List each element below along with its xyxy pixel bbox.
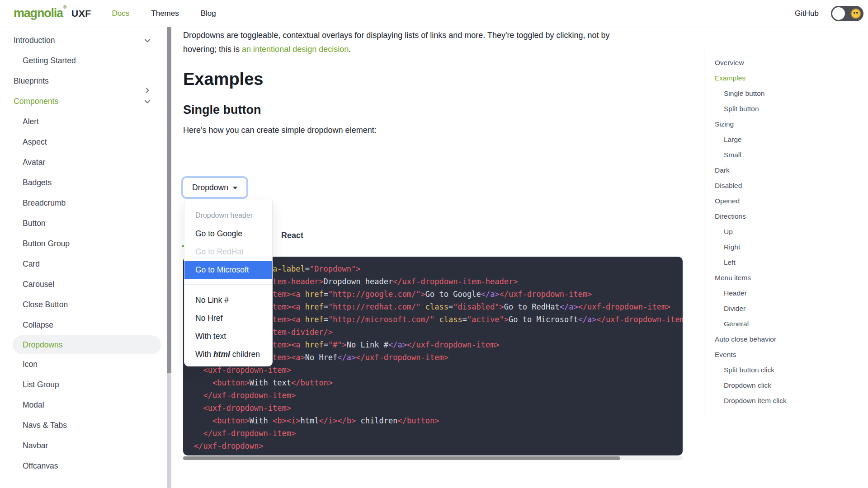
nav-link-themes[interactable]: Themes (151, 9, 179, 18)
menu-item-with-text[interactable]: With text (184, 327, 272, 345)
intro-suffix: . (349, 45, 351, 54)
code-token: </uxf-dropdown-item> (407, 340, 500, 349)
dropdown-menu-header: Dropdown header (184, 206, 272, 225)
sidebar-item-list-group[interactable]: List Group (0, 375, 172, 395)
sidebar-item-avatar[interactable]: Avatar (0, 152, 172, 173)
sidebar-item-collapse[interactable]: Collapse (0, 315, 172, 335)
toc-item-split-button-click[interactable]: Split button click (715, 362, 860, 378)
toc-item-split-button[interactable]: Split button (715, 101, 860, 117)
toc-item-left[interactable]: Left (715, 255, 860, 270)
code-token: </uxf-dropdown-item> (203, 391, 296, 400)
sidebar-item-label: Dropdowns (23, 340, 63, 350)
github-link[interactable]: GitHub (795, 9, 819, 18)
toc-item-overview[interactable]: Overview (715, 55, 860, 70)
sidebar-item-badgets[interactable]: Badgets (0, 173, 172, 193)
toc-item-right[interactable]: Right (715, 239, 860, 255)
sidebar-item-card[interactable]: Card (0, 254, 172, 274)
nav-link-blog[interactable]: Blog (201, 9, 216, 18)
intro-line1: Dropdowns are toggleable, contextual ove… (183, 31, 610, 40)
code-token: </b> (337, 416, 356, 425)
toc-item-opened[interactable]: Opened (715, 193, 860, 209)
toc-item-disabled[interactable]: Disabled (715, 178, 860, 193)
toc-item-header[interactable]: Header (715, 286, 860, 301)
sidebar-item-button[interactable]: Button (0, 213, 172, 234)
sidebar-item-navs-tabs[interactable]: Navs & Tabs (0, 415, 172, 436)
sidebar-item-alert[interactable]: Alert (0, 112, 172, 132)
sidebar-scrollbar-thumb[interactable] (167, 27, 171, 373)
toc-item-dropdown-click[interactable]: Dropdown click (715, 378, 860, 393)
code-token: </uxf-dropdown> (194, 441, 264, 450)
sidebar-item-icon[interactable]: Icon (0, 354, 172, 375)
tab-react[interactable]: React (281, 224, 303, 247)
toc-item-auto-close-behavior[interactable]: Auto close behavior (715, 332, 860, 347)
code-token: = (448, 302, 453, 311)
menu-item-go-to-microsoft[interactable]: Go to Microsoft (184, 261, 272, 279)
sidebar-item-aspect[interactable]: Aspect (0, 132, 172, 152)
menu-item-go-to-google[interactable]: Go to Google (184, 225, 272, 243)
menu-item-no-href[interactable]: No Href (184, 309, 272, 327)
code-token: href (300, 340, 323, 349)
code-token: <button> (212, 378, 250, 387)
code-token: </a> (337, 353, 356, 362)
code-token: </button> (291, 378, 333, 387)
toc-item-menu-items[interactable]: Menu items (715, 270, 860, 286)
sidebar-item-blueprints[interactable]: Blueprints (0, 71, 172, 91)
sidebar-item-close-button[interactable]: Close Button (0, 295, 172, 315)
design-decision-link[interactable]: an intentional design decision (242, 45, 349, 54)
toc-item-small[interactable]: Small (715, 147, 860, 163)
sidebar-item-modal[interactable]: Modal (0, 395, 172, 415)
menu-item-no-link[interactable]: No Link # (184, 291, 272, 309)
theme-toggle[interactable] (831, 6, 863, 21)
code-scrollbar-track (183, 456, 683, 460)
chevron-right-icon (143, 77, 152, 86)
dropdown-toggle-button[interactable]: Dropdown (181, 176, 248, 199)
code-token: <i> (287, 416, 301, 425)
sidebar-item-dropdowns[interactable]: Dropdowns (13, 335, 161, 354)
code-token: <b> (273, 416, 287, 425)
magnolia-logo[interactable]: magnolia® (14, 6, 66, 20)
code-token: Dropdown header (324, 277, 393, 286)
code-token: class (434, 315, 462, 324)
toc-item-events[interactable]: Events (715, 347, 860, 362)
code-token (194, 416, 212, 425)
sidebar-item-offcanvas[interactable]: Offcanvas (0, 456, 172, 476)
sidebar-item-label: Collapse (23, 320, 53, 330)
code-token: > (421, 290, 425, 299)
code-token: "http://redhat.com/" (328, 302, 421, 311)
toc-item-directions[interactable]: Directions (715, 209, 860, 224)
nav-link-docs[interactable]: Docs (112, 9, 130, 18)
code-token: Go to RedHat (504, 302, 560, 311)
toc-item-single-button[interactable]: Single button (715, 86, 860, 101)
menu-item-go-to-redhat[interactable]: Go to RedHat (184, 243, 272, 261)
menu-divider (184, 284, 272, 285)
code-token: > (356, 264, 360, 273)
sidebar-item-introduction[interactable]: Introduction (0, 30, 172, 51)
menu-item-with-html-children[interactable]: With html children (184, 345, 272, 363)
code-scrollbar-thumb[interactable] (183, 456, 620, 460)
sidebar-item-navbar[interactable]: Navbar (0, 436, 172, 456)
code-token: </a> (560, 302, 578, 311)
toc-item-examples[interactable]: Examples (715, 70, 860, 86)
toc-item-up[interactable]: Up (715, 224, 860, 239)
sidebar-item-button-group[interactable]: Button Group (0, 234, 172, 254)
toc-item-dropdown-item-click[interactable]: Dropdown item click (715, 393, 860, 408)
toc-item-sizing[interactable]: Sizing (715, 117, 860, 132)
code-token: No Link # (347, 340, 388, 349)
code-token: <uxf-dropdown-item> (203, 366, 291, 375)
menu-item-label-part: children (230, 350, 260, 359)
dropdown-button-label: Dropdown (192, 183, 228, 192)
code-token: "disabled" (453, 302, 499, 311)
sidebar-item-breadcrumb[interactable]: Breadcrumb (0, 193, 172, 213)
code-token: </a> (481, 290, 500, 299)
toc-item-dark[interactable]: Dark (715, 163, 860, 178)
sidebar-item-getting-started[interactable]: Getting Started (0, 51, 172, 71)
toc-item-large[interactable]: Large (715, 132, 860, 147)
sidebar-item-carousel[interactable]: Carousel (0, 274, 172, 295)
toc-item-divider[interactable]: Divider (715, 301, 860, 316)
code-line: </uxf-dropdown-item> (194, 427, 683, 440)
sidebar-item-label: Getting Started (23, 56, 76, 66)
toc-item-general[interactable]: General (715, 316, 860, 332)
code-token: > (504, 315, 509, 324)
code-token: With text (250, 378, 291, 387)
code-token: </a> (388, 340, 407, 349)
